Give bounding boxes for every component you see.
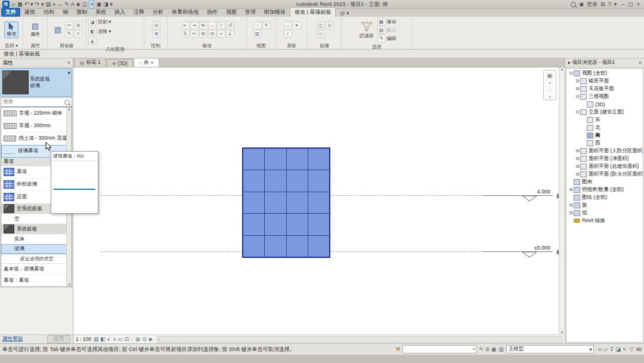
tree-item-{3D}[interactable]: {3D} <box>566 100 643 108</box>
shadows-icon[interactable]: ◑ <box>112 336 115 342</box>
curtain-panel[interactable] <box>265 170 286 191</box>
design-options-edit-icon[interactable]: ▥ <box>499 346 504 352</box>
undo-dropdown-icon[interactable]: ▾ <box>30 1 33 8</box>
browser-close-icon[interactable]: × <box>639 60 642 66</box>
tree-item-三维视图[interactable]: ⊟三维视图 <box>566 93 643 100</box>
crop-view-icon[interactable]: ▭ <box>117 336 123 342</box>
properties-close-icon[interactable]: × <box>67 60 70 66</box>
select-pinned-elements-icon[interactable]: ↧ <box>609 346 614 352</box>
tree-expander-icon[interactable]: ⊞ <box>575 78 580 84</box>
tab-插入[interactable]: 插入 <box>110 8 129 17</box>
temporary-hide-isolate-icon[interactable]: ◌ <box>131 336 134 342</box>
view-tab-{3D}[interactable]: ⊕{3D} <box>107 59 133 67</box>
cut-to-clipboard-icon[interactable]: ✂ <box>65 21 73 29</box>
curtain-panel[interactable] <box>308 192 329 213</box>
design-options-icon[interactable]: ▣ <box>491 346 497 352</box>
tab-options-icon[interactable]: ◎ ▾ <box>336 10 353 17</box>
split-icon[interactable]: ✂ <box>190 30 199 38</box>
type-search-input[interactable]: 搜索 <box>1 97 72 107</box>
tree-item-面积平面 (总建筑面积)[interactable]: ⊞面积平面 (总建筑面积) <box>566 162 643 170</box>
tab-预制[interactable]: 预制 <box>72 8 91 17</box>
curtain-panel[interactable] <box>265 149 286 170</box>
curtain-panel[interactable] <box>287 149 308 170</box>
join-geometry-button[interactable]: ◧连接 ▾ <box>88 27 111 35</box>
curtain-panel[interactable] <box>243 192 264 213</box>
tree-item-南[interactable]: 南 <box>566 131 643 139</box>
curtain-panel[interactable] <box>243 170 264 191</box>
create-group-icon[interactable]: ◫ <box>317 21 325 29</box>
save-selection-button[interactable]: ▦保存 <box>377 18 397 26</box>
type-list-item[interactable]: 常规 - 300mm <box>1 120 72 133</box>
type-selector-dropdown-icon[interactable]: ▾ <box>67 70 70 76</box>
curtain-panel[interactable] <box>308 170 329 191</box>
tree-item-明细表/数量 (全部)[interactable]: ⊞明细表/数量 (全部) <box>566 186 643 193</box>
aligned-dimension-icon[interactable]: ↔ <box>57 1 63 8</box>
tree-expander-icon[interactable]: ⊞ <box>568 202 574 208</box>
tree-expander-icon[interactable]: ⊞ <box>575 164 580 169</box>
tab-体量和场地[interactable]: 体量和场地 <box>168 8 203 17</box>
tree-item-立面 (建筑立面)[interactable]: ⊟立面 (建筑立面) <box>566 108 643 116</box>
curtain-panel[interactable] <box>243 149 264 170</box>
modify-tool-button[interactable]: 修改 <box>4 21 18 38</box>
cut-geometry-button[interactable]: ◪切割 ▾ <box>88 18 111 26</box>
visual-style-icon[interactable]: ◧ <box>101 336 106 342</box>
trim-extend-icon[interactable]: ↻ <box>181 30 190 38</box>
properties-help-link[interactable]: 属性帮助 <box>2 336 23 343</box>
align-icon[interactable]: ⇤ <box>181 21 190 29</box>
scroll-down-icon[interactable]: ▼ <box>67 283 71 287</box>
curtain-panel[interactable] <box>287 192 308 213</box>
selected-curtain-wall[interactable] <box>242 147 330 258</box>
wall-joins-button[interactable]: ◭ <box>88 37 98 45</box>
close-icon[interactable]: × <box>635 1 642 7</box>
view-tab-标高 1[interactable]: ▤标高 1 <box>75 58 106 67</box>
tab-分析[interactable]: 分析 <box>148 8 168 17</box>
curtain-panel[interactable] <box>308 149 329 170</box>
curtain-panel[interactable] <box>265 214 286 235</box>
tree-expander-icon[interactable]: ⊞ <box>575 156 580 161</box>
vertical-scrollbar[interactable]: ▲ ▼ <box>559 67 565 334</box>
tab-钢[interactable]: 钢 <box>58 8 72 17</box>
thin-lines-icon[interactable]: ≡ <box>89 0 94 8</box>
tree-item-视图 (全部)[interactable]: ⊟视图 (全部) <box>566 69 643 77</box>
tab-附加模块[interactable]: 附加模块 <box>260 8 290 17</box>
scroll-up-icon[interactable]: ▲ <box>67 107 71 111</box>
tree-item-图纸 (全部)[interactable]: 图纸 (全部) <box>566 193 643 201</box>
paste-button[interactable]: ▧ <box>52 25 63 35</box>
nav-dropdown-icon[interactable]: ▾ <box>549 81 550 85</box>
copy-to-clipboard-icon[interactable]: ⊞ <box>74 21 82 29</box>
scale-icon[interactable]: ⊟ <box>208 30 216 38</box>
tree-item-西[interactable]: 西 <box>566 139 643 147</box>
select-underlay-elements-icon[interactable]: ▱ <box>603 346 608 352</box>
filter-icon[interactable]: ▽ <box>630 346 634 352</box>
tab-系统[interactable]: 系统 <box>91 8 110 17</box>
offset-icon[interactable]: ⇥ <box>190 21 199 29</box>
tree-expander-icon[interactable]: ⊟ <box>568 70 574 76</box>
curtain-panel[interactable] <box>287 214 308 235</box>
tree-item-楼层平面[interactable]: ⊞楼层平面 <box>566 77 643 85</box>
tree-item-族[interactable]: ⊞族 <box>566 201 643 209</box>
properties-button[interactable]: ▤ 属性 <box>29 21 42 38</box>
tree-item-天花板平面[interactable]: ⊞天花板平面 <box>566 85 643 93</box>
tab-协作[interactable]: 协作 <box>203 8 222 17</box>
worksets-icon[interactable]: ⚒ <box>395 346 400 352</box>
search-icon[interactable] <box>571 2 576 7</box>
activate-controls-icon[interactable]: ⊟ <box>152 21 160 29</box>
tree-expander-icon[interactable]: ⊟ <box>575 94 580 99</box>
override-graphics-icon[interactable]: ✎ <box>262 21 271 29</box>
sign-in-button[interactable]: 登录 <box>587 1 597 8</box>
reveal-hidden-elements-icon[interactable]: ◍ <box>135 336 140 342</box>
revit-app-menu-icon[interactable]: R <box>2 1 10 8</box>
editing-requests-icon[interactable]: ✎ <box>479 346 484 352</box>
tree-expander-icon[interactable]: ⊞ <box>575 171 580 177</box>
tree-item-图例[interactable]: 图例 <box>566 178 643 186</box>
array-icon[interactable]: ⊞ <box>199 30 208 38</box>
type-list-item[interactable]: 玻璃 <box>1 244 72 254</box>
create-similar-icon[interactable]: ⊡ <box>326 21 334 29</box>
paste-options-icon[interactable]: ≡ <box>74 30 82 38</box>
panel-label-select[interactable]: 选择 ▾ <box>0 42 23 49</box>
filter-button[interactable]: 过滤器 <box>358 21 376 39</box>
tab-建筑[interactable]: 建筑 <box>20 8 39 17</box>
recent-type-item[interactable]: 幕墙：幕墙 <box>1 275 72 287</box>
tag-by-category-icon[interactable]: ✎ <box>64 1 69 8</box>
curtain-panel[interactable] <box>265 236 286 257</box>
